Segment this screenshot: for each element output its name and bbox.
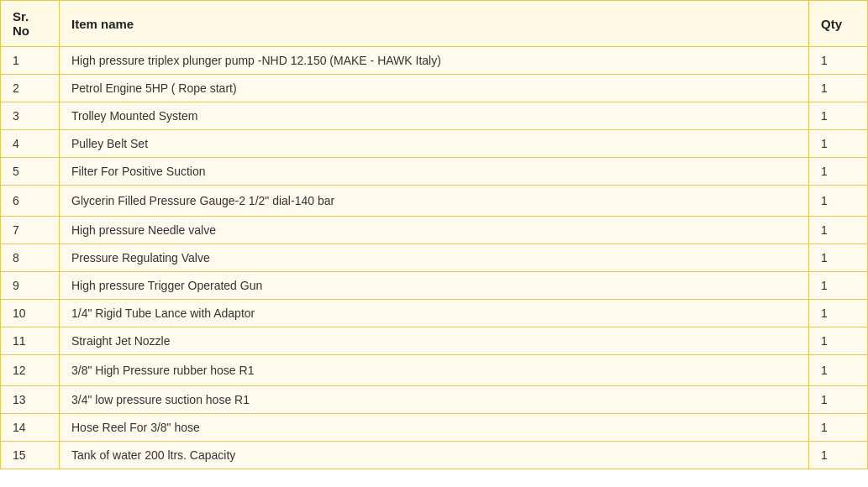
cell-srno: 4 xyxy=(1,130,60,158)
table-row: 6Glycerin Filled Pressure Gauge-2 1/2" d… xyxy=(1,186,868,217)
table-body: 1High pressure triplex plunger pump -NHD… xyxy=(1,47,868,469)
cell-qty: 1 xyxy=(809,130,868,158)
cell-srno: 1 xyxy=(1,47,60,75)
table-row: 1High pressure triplex plunger pump -NHD… xyxy=(1,47,868,75)
cell-item: 1/4" Rigid Tube Lance with Adaptor xyxy=(60,300,809,327)
cell-item: Straight Jet Nozzle xyxy=(60,327,809,355)
cell-item: High pressure Needle valve xyxy=(60,217,809,244)
cell-item: 3/8" High Pressure rubber hose R1 xyxy=(60,355,809,386)
cell-qty: 1 xyxy=(809,442,868,469)
table-row: 11Straight Jet Nozzle1 xyxy=(1,327,868,355)
table-header-row: Sr. No Item name Qty xyxy=(1,1,868,47)
table-row: 4Pulley Belt Set1 xyxy=(1,130,868,158)
cell-srno: 5 xyxy=(1,158,60,186)
cell-qty: 1 xyxy=(809,217,868,244)
cell-qty: 1 xyxy=(809,102,868,130)
table-row: 9High pressure Trigger Operated Gun1 xyxy=(1,272,868,300)
cell-item: Pressure Regulating Valve xyxy=(60,244,809,272)
table-row: 3Trolley Mounted System1 xyxy=(1,102,868,130)
cell-item: Filter For Positive Suction xyxy=(60,158,809,186)
cell-srno: 12 xyxy=(1,355,60,386)
cell-qty: 1 xyxy=(809,414,868,442)
cell-qty: 1 xyxy=(809,244,868,272)
table-row: 133/4" low pressure suction hose R11 xyxy=(1,386,868,414)
cell-item: Trolley Mounted System xyxy=(60,102,809,130)
header-srno: Sr. No xyxy=(1,1,60,47)
cell-srno: 14 xyxy=(1,414,60,442)
cell-item: 3/4" low pressure suction hose R1 xyxy=(60,386,809,414)
cell-qty: 1 xyxy=(809,300,868,327)
header-item: Item name xyxy=(60,1,809,47)
cell-item: Tank of water 200 ltrs. Capacity xyxy=(60,442,809,469)
table-row: 7High pressure Needle valve1 xyxy=(1,217,868,244)
table-row: 123/8" High Pressure rubber hose R11 xyxy=(1,355,868,386)
table-row: 101/4" Rigid Tube Lance with Adaptor1 xyxy=(1,300,868,327)
table-row: 5Filter For Positive Suction1 xyxy=(1,158,868,186)
cell-srno: 6 xyxy=(1,186,60,217)
cell-item: High pressure Trigger Operated Gun xyxy=(60,272,809,300)
cell-item: High pressure triplex plunger pump -NHD … xyxy=(60,47,809,75)
cell-srno: 11 xyxy=(1,327,60,355)
table-row: 8Pressure Regulating Valve1 xyxy=(1,244,868,272)
main-table-container: Sr. No Item name Qty 1High pressure trip… xyxy=(0,0,868,469)
table-row: 14Hose Reel For 3/8" hose1 xyxy=(1,414,868,442)
cell-qty: 1 xyxy=(809,186,868,217)
cell-qty: 1 xyxy=(809,75,868,102)
cell-item: Glycerin Filled Pressure Gauge-2 1/2" di… xyxy=(60,186,809,217)
cell-qty: 1 xyxy=(809,386,868,414)
cell-item: Petrol Engine 5HP ( Rope start) xyxy=(60,75,809,102)
cell-srno: 2 xyxy=(1,75,60,102)
cell-qty: 1 xyxy=(809,272,868,300)
cell-srno: 10 xyxy=(1,300,60,327)
cell-qty: 1 xyxy=(809,355,868,386)
cell-item: Pulley Belt Set xyxy=(60,130,809,158)
cell-qty: 1 xyxy=(809,47,868,75)
cell-item: Hose Reel For 3/8" hose xyxy=(60,414,809,442)
header-qty: Qty xyxy=(809,1,868,47)
cell-srno: 13 xyxy=(1,386,60,414)
table-row: 2Petrol Engine 5HP ( Rope start)1 xyxy=(1,75,868,102)
items-table: Sr. No Item name Qty 1High pressure trip… xyxy=(0,0,868,469)
cell-qty: 1 xyxy=(809,158,868,186)
cell-srno: 8 xyxy=(1,244,60,272)
cell-srno: 7 xyxy=(1,217,60,244)
cell-qty: 1 xyxy=(809,327,868,355)
table-row: 15Tank of water 200 ltrs. Capacity1 xyxy=(1,442,868,469)
cell-srno: 15 xyxy=(1,442,60,469)
cell-srno: 9 xyxy=(1,272,60,300)
cell-srno: 3 xyxy=(1,102,60,130)
